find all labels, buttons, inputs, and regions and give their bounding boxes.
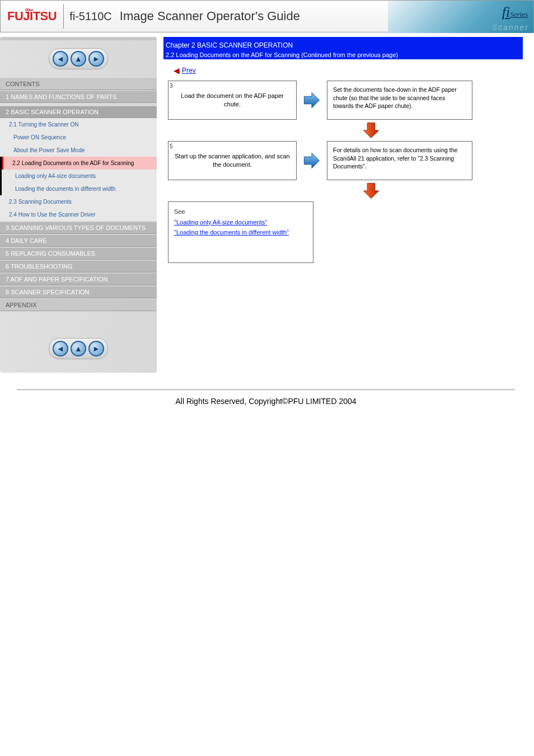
flow-note-box: For details on how to scan documents usi… — [327, 141, 472, 180]
header: FUJĪTSU fi-5110C Image Scanner Operator'… — [0, 0, 534, 32]
submenu-sub-item[interactable]: Loading only A4-size documents — [2, 170, 157, 182]
chapter-bar: Chapter 2 BASIC SCANNER OPERATION — [163, 40, 523, 50]
arrow-down-icon — [219, 181, 523, 200]
breadcrumb-bar: 2.2 Loading Documents on the ADF for Sca… — [163, 50, 523, 59]
submenu-sub-item[interactable]: Loading the documents in different width — [2, 182, 157, 195]
submenu-sub-item[interactable]: About the Power Save Mode — [0, 144, 157, 157]
doc-link[interactable]: "Loading only A4-size documents" — [174, 219, 267, 226]
content: Chapter 2 BASIC SCANNER OPERATION 2.2 Lo… — [163, 37, 523, 373]
flow-row: 3 Load the document on the ADF paper chu… — [168, 81, 523, 120]
model-label: fi-5110C — [69, 10, 112, 23]
nav-up-button[interactable]: ▲ — [71, 341, 86, 356]
triangle-left-icon: ◀ — [174, 66, 180, 75]
see-links-box: See "Loading only A4-size documents" "Lo… — [168, 201, 313, 263]
sidebar: ◄ ▲ ► CONTENTS 1 NAMES AND FUNCTIONS OF … — [0, 37, 157, 373]
submenu-sub-item[interactable]: Power ON Sequence — [0, 131, 157, 144]
sidebar-item[interactable]: 6 TROUBLESHOOTING — [0, 260, 157, 273]
submenu-upper: 2.1 Turning the Scanner ON Power ON Sequ… — [0, 118, 157, 157]
sidebar-contents[interactable]: CONTENTS — [0, 78, 157, 90]
fi-series-badge: fiSeries Scanner — [388, 1, 533, 33]
nav-forward-button[interactable]: ► — [88, 51, 104, 67]
arrow-right-icon — [302, 151, 321, 170]
flow-row: 5 Start up the scanner application, and … — [168, 141, 523, 180]
submenu-item[interactable]: 2.4 How to Use the Scanner Driver — [0, 208, 157, 221]
sidebar-item[interactable]: 1 NAMES AND FUNCTIONS OF PARTS — [0, 91, 157, 103]
arrow-down-icon — [219, 121, 523, 140]
submenu-item[interactable]: 2.1 Turning the Scanner ON — [0, 118, 157, 131]
sidebar-item[interactable]: 4 DAILY CARE — [0, 234, 157, 247]
nav-back-button[interactable]: ◄ — [53, 341, 68, 356]
nav-up-button[interactable]: ▲ — [71, 51, 86, 67]
flow-note-box: Set the documents face-down in the ADF p… — [327, 81, 472, 120]
arrow-right-icon — [302, 91, 321, 110]
sidebar-item[interactable]: 5 REPLACING CONSUMABLES — [0, 247, 157, 260]
nav-back-button[interactable]: ◄ — [53, 51, 68, 67]
nav-forward-button[interactable]: ► — [88, 341, 104, 356]
footer: All Rights Reserved, Copyright©PFU LIMIT… — [17, 389, 515, 412]
prev-link[interactable]: ◀ Prev — [174, 66, 196, 75]
fujitsu-logo: FUJĪTSU — [1, 9, 63, 24]
flow-step-box: 5 Start up the scanner application, and … — [168, 141, 297, 180]
sidebar-item[interactable]: 8 SCANNER SPECIFICATION — [0, 286, 157, 298]
doc-link[interactable]: "Loading the documents in different widt… — [174, 229, 289, 236]
page-title: Image Scanner Operator's Guide — [120, 9, 300, 24]
header-divider — [63, 4, 64, 29]
main-layout: ◄ ▲ ► CONTENTS 1 NAMES AND FUNCTIONS OF … — [0, 37, 534, 373]
nav-bottom: ◄ ▲ ► — [0, 328, 157, 373]
nav-top: ◄ ▲ ► — [0, 40, 157, 77]
sidebar-item[interactable]: 2 BASIC SCANNER OPERATION — [0, 106, 157, 118]
sidebar-item[interactable]: APPENDIX — [0, 299, 157, 311]
flow-step-box: 3 Load the document on the ADF paper chu… — [168, 81, 297, 120]
sidebar-item[interactable]: 7 ADF AND PAPER SPECIFICATION — [0, 273, 157, 285]
submenu-item-active[interactable]: 2.2 Loading Documents on the ADF for Sca… — [3, 157, 157, 170]
sidebar-item[interactable]: 3 SCANNING VARIOUS TYPES OF DOCUMENTS — [0, 222, 157, 234]
submenu-item[interactable]: 2.3 Scanning Documents — [0, 195, 157, 208]
